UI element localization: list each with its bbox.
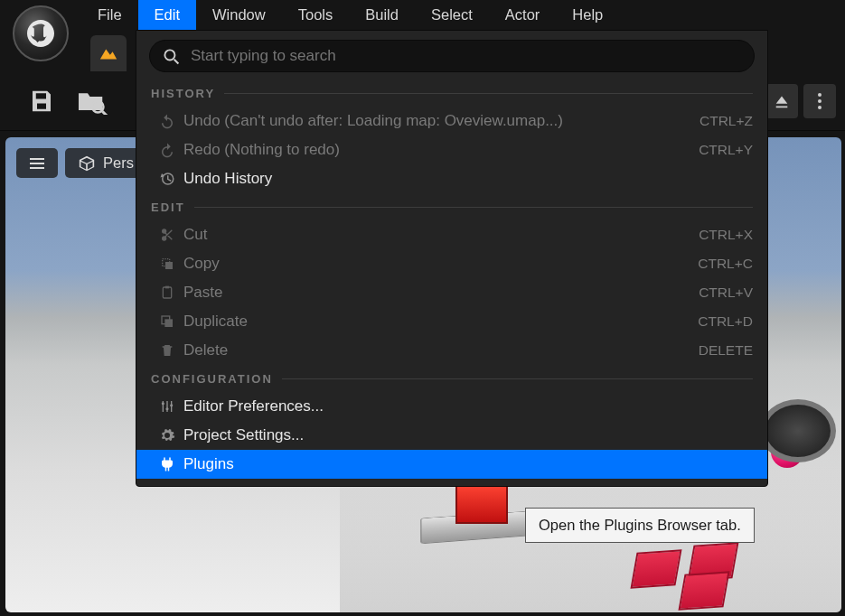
menu-item-label: Delete	[183, 341, 699, 359]
paste-icon	[151, 285, 183, 300]
svg-point-15	[170, 404, 173, 406]
menu-duplicate[interactable]: Duplicate CTRL+D	[136, 307, 767, 336]
level-tab[interactable]	[90, 35, 127, 71]
unreal-logo[interactable]	[13, 5, 69, 61]
menu-copy[interactable]: Copy CTRL+C	[136, 249, 767, 278]
menubar-edit[interactable]: Edit	[138, 0, 196, 30]
menu-plugins[interactable]: Plugins	[136, 450, 767, 479]
menubar-help[interactable]: Help	[556, 0, 619, 30]
menubar-select[interactable]: Select	[415, 0, 489, 30]
plug-icon	[151, 456, 183, 472]
menu-item-shortcut: CTRL+D	[698, 313, 753, 330]
svg-point-5	[164, 50, 174, 60]
svg-line-1	[102, 111, 107, 115]
menubar-tools[interactable]: Tools	[282, 0, 350, 30]
browse-button[interactable]	[67, 76, 117, 126]
section-edit: EDIT	[136, 193, 767, 220]
svg-point-14	[165, 407, 168, 410]
menu-item-shortcut: CTRL+X	[699, 227, 753, 243]
svg-point-3	[818, 99, 822, 103]
menu-item-shortcut: CTRL+Y	[699, 142, 753, 158]
menu-item-label: Duplicate	[183, 313, 698, 331]
menu-item-label: Project Settings...	[183, 426, 753, 444]
menu-item-label: Redo (Nothing to redo)	[183, 141, 699, 159]
scene-cube-1	[630, 549, 681, 588]
menubar-file[interactable]: File	[81, 0, 138, 30]
undo-icon	[151, 113, 183, 129]
menu-item-label: Undo (Can't undo after: Loading map: Ove…	[183, 112, 699, 130]
svg-point-2	[818, 93, 822, 97]
menu-cut[interactable]: Cut CTRL+X	[136, 220, 767, 249]
menubar-item-label: File	[98, 6, 122, 23]
viewport-perspective-button[interactable]: Pers	[65, 148, 146, 178]
scene-red-crate	[455, 482, 508, 524]
menubar-build[interactable]: Build	[349, 0, 415, 30]
section-configuration: CONFIGURATION	[136, 365, 767, 392]
menu-search[interactable]	[149, 40, 755, 72]
menu-delete[interactable]: Delete DELETE	[136, 336, 767, 365]
cube-icon	[78, 155, 96, 172]
vertical-dots-icon	[817, 92, 822, 110]
eject-icon	[774, 93, 790, 109]
trash-icon	[151, 342, 183, 359]
search-input[interactable]	[191, 47, 741, 65]
menu-item-label: Plugins	[183, 455, 753, 473]
menu-item-label: Copy	[183, 255, 698, 273]
menubar-item-label: Build	[365, 6, 399, 23]
redo-icon	[151, 142, 183, 158]
sliders-icon	[151, 398, 183, 415]
duplicate-icon	[151, 314, 183, 329]
menu-item-shortcut: CTRL+C	[698, 256, 753, 272]
undo-history-icon	[151, 171, 183, 187]
menubar-item-label: Actor	[505, 6, 540, 23]
eject-button[interactable]	[765, 84, 798, 118]
edit-dropdown: HISTORY Undo (Can't undo after: Loading …	[136, 30, 768, 487]
viewport-toolbar: Pers	[16, 148, 146, 178]
menubar-actor[interactable]: Actor	[489, 0, 557, 30]
save-icon	[28, 88, 55, 115]
viewport-menu-button[interactable]	[16, 148, 58, 178]
section-history: HISTORY	[136, 79, 767, 107]
menu-bar: File Edit Window Tools Build Select Acto…	[0, 0, 845, 30]
svg-rect-8	[165, 262, 173, 269]
folder-search-icon	[76, 88, 108, 115]
menubar-item-label: Tools	[298, 6, 333, 23]
svg-rect-12	[164, 319, 173, 327]
svg-point-13	[162, 402, 164, 405]
copy-icon	[151, 257, 183, 271]
menu-item-shortcut: CTRL+Z	[699, 113, 753, 129]
perspective-label: Pers	[103, 154, 134, 172]
cut-icon	[151, 228, 183, 242]
menu-item-label: Paste	[183, 284, 699, 302]
menu-item-label: Cut	[183, 226, 699, 244]
menu-undo[interactable]: Undo (Can't undo after: Loading map: Ove…	[136, 107, 767, 135]
menu-item-shortcut: DELETE	[699, 342, 753, 359]
menu-project-settings[interactable]: Project Settings...	[136, 421, 767, 450]
menubar-window[interactable]: Window	[196, 0, 282, 30]
scene-cube-3	[678, 571, 729, 610]
svg-line-6	[174, 59, 179, 63]
unreal-icon	[24, 17, 57, 50]
menubar-item-label: Select	[431, 6, 473, 23]
settings-more-button[interactable]	[803, 84, 836, 118]
tooltip-text: Open the Plugins Browser tab.	[539, 517, 741, 533]
svg-point-4	[818, 106, 822, 109]
menu-paste[interactable]: Paste CTRL+V	[136, 278, 767, 307]
scene-gear	[760, 399, 836, 462]
search-icon	[163, 48, 180, 65]
menu-item-label: Editor Preferences...	[183, 397, 753, 415]
menu-item-shortcut: CTRL+V	[699, 285, 753, 301]
menu-editor-preferences[interactable]: Editor Preferences...	[136, 392, 767, 421]
logo-holder	[0, 0, 81, 30]
svg-rect-10	[165, 286, 169, 289]
menubar-item-label: Help	[572, 6, 603, 23]
landscape-icon	[99, 45, 118, 61]
menubar-item-label: Window	[212, 6, 266, 23]
menu-redo[interactable]: Redo (Nothing to redo) CTRL+Y	[136, 135, 767, 164]
svg-rect-9	[163, 287, 171, 298]
gear-icon	[151, 427, 183, 443]
toolbar-right	[765, 84, 836, 118]
menubar-item-label: Edit	[155, 6, 180, 23]
menu-undo-history[interactable]: Undo History	[136, 164, 767, 193]
save-button[interactable]	[16, 76, 67, 126]
